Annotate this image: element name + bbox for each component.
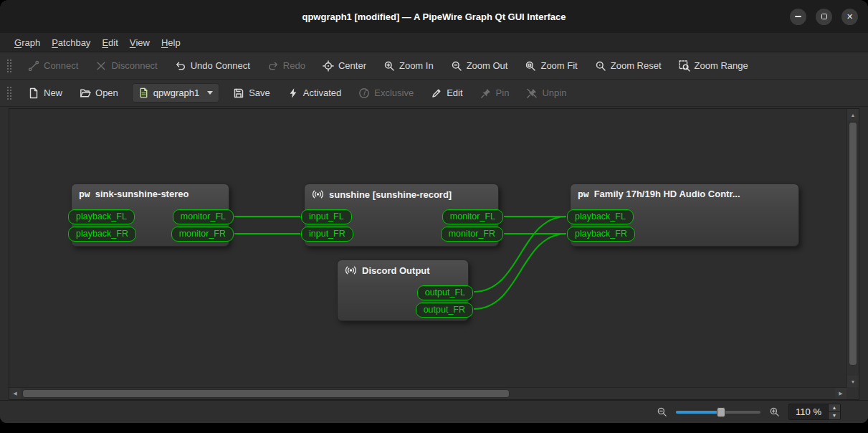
scroll-down-arrow[interactable]: ▼ [847, 376, 859, 387]
zoom-spin-buttons: ▲ ▼ [828, 404, 840, 419]
connect-icon [28, 60, 39, 72]
menu-edit[interactable]: Edit [96, 33, 123, 52]
zoom-fit-button[interactable]: Zoom Fit [517, 55, 585, 77]
disconnect-label: Disconnect [111, 60, 157, 71]
canvas-frame: pw sink-sunshine-stereo playback_FL play… [9, 108, 859, 400]
zoom-out-label: Zoom Out [467, 60, 508, 71]
exclusive-icon: f [358, 87, 370, 99]
connect-button[interactable]: Connect [20, 55, 86, 77]
port-monitor-fl[interactable]: monitor_FL [173, 209, 234, 224]
scroll-up-arrow[interactable]: ▲ [847, 109, 859, 120]
zoom-reset-button[interactable]: Zoom Reset [587, 55, 669, 77]
exclusive-label: Exclusive [374, 87, 414, 98]
zoom-in-label: Zoom In [399, 60, 434, 71]
zoom-in-mini-icon[interactable] [769, 406, 780, 417]
zoom-in-icon [383, 60, 395, 72]
output-ports: monitor_FL monitor_FR [441, 209, 503, 242]
vertical-scroll-track[interactable] [849, 121, 857, 375]
graph-viewport[interactable]: pw sink-sunshine-stereo playback_FL play… [9, 109, 846, 387]
redo-button[interactable]: Redo [259, 55, 313, 77]
unpin-button[interactable]: Unpin [518, 82, 574, 104]
port-output-fr[interactable]: output_FR [416, 303, 473, 318]
pipewire-icon: pw [79, 189, 90, 199]
maximize-button[interactable] [816, 9, 832, 25]
node-sunshine-record[interactable]: sunshine [sunshine-record] input_FL inpu… [304, 184, 499, 247]
save-label: Save [249, 87, 270, 98]
zoom-reset-label: Zoom Reset [611, 60, 662, 71]
unpin-label: Unpin [542, 87, 566, 98]
port-monitor-fr[interactable]: monitor_FR [171, 227, 234, 242]
node-discord-output[interactable]: Discord Output output_FL output_FR [337, 260, 469, 321]
zoom-range-icon [679, 60, 690, 72]
horizontal-scroll-track[interactable] [22, 389, 834, 398]
port-input-fr[interactable]: input_FR [301, 227, 353, 242]
toolbar-handle[interactable] [6, 58, 12, 74]
menu-view-label: iew [135, 37, 150, 48]
edit-pencil-icon [431, 87, 442, 99]
node-header: pw Family 17h/19h HD Audio Contr... [571, 184, 798, 202]
menu-edit-label: dit [108, 37, 118, 48]
unpin-icon [526, 87, 538, 99]
port-monitor-fr[interactable]: monitor_FR [441, 227, 503, 242]
activated-button[interactable]: Activated [280, 82, 349, 104]
close-button[interactable]: ✕ [841, 9, 858, 25]
port-playback-fl[interactable]: playback_FL [567, 209, 634, 224]
port-playback-fl[interactable]: playback_FL [68, 209, 135, 224]
open-button[interactable]: Open [72, 82, 126, 104]
node-family-hd-audio[interactable]: pw Family 17h/19h HD Audio Contr... play… [570, 184, 799, 247]
zoom-fit-label: Zoom Fit [540, 60, 577, 71]
vertical-scroll-thumb[interactable] [849, 122, 857, 366]
scroll-right-arrow[interactable]: ▶ [835, 388, 846, 399]
save-button[interactable]: Save [225, 82, 278, 104]
titlebar[interactable]: qpwgraph1 [modified] — A PipeWire Graph … [0, 0, 868, 33]
menu-patchbay[interactable]: Patchbay [46, 33, 96, 52]
horizontal-scrollbar[interactable]: ◀ ▶ [9, 387, 846, 399]
port-output-fl[interactable]: output_FL [417, 285, 473, 300]
new-label: New [44, 87, 62, 98]
pin-label: Pin [496, 87, 510, 98]
menu-graph[interactable]: Graph [9, 33, 46, 52]
canvas-area: pw sink-sunshine-stereo playback_FL play… [0, 107, 868, 400]
pin-button[interactable]: Pin [472, 82, 518, 104]
menu-help[interactable]: Help [156, 33, 186, 52]
zoom-out-button[interactable]: Zoom Out [443, 55, 516, 77]
center-label: Center [338, 60, 366, 71]
exclusive-button[interactable]: f Exclusive [350, 82, 421, 104]
scroll-left-arrow[interactable]: ◀ [9, 388, 21, 399]
audio-device-icon [312, 189, 324, 200]
menu-help-label: elp [168, 37, 180, 48]
patchbay-profile-combo[interactable]: qpwgraph1 [132, 83, 219, 103]
zoom-spin-up[interactable]: ▲ [829, 404, 840, 412]
zoom-spinbox[interactable]: 110 % ▲ ▼ [788, 404, 841, 420]
port-monitor-fl[interactable]: monitor_FL [442, 209, 503, 224]
center-button[interactable]: Center [315, 55, 374, 77]
port-playback-fr[interactable]: playback_FR [68, 227, 136, 242]
patchbay-toolbar: New Open qpwgraph1 Save [0, 80, 868, 107]
menu-view[interactable]: View [124, 33, 156, 52]
zoom-spin-down[interactable]: ▼ [829, 412, 840, 420]
zoom-in-button[interactable]: Zoom In [376, 55, 442, 77]
zoom-out-mini-icon[interactable] [657, 406, 667, 417]
node-sink-sunshine-stereo[interactable]: pw sink-sunshine-stereo playback_FL play… [71, 184, 229, 247]
vertical-scrollbar[interactable]: ▲ ▼ [846, 109, 859, 387]
zoom-slider-handle[interactable] [717, 407, 725, 417]
pin-icon [480, 87, 492, 99]
port-input-fl[interactable]: input_FL [301, 209, 352, 224]
menu-patchbay-mnemonic: P [52, 37, 58, 48]
toolbar-handle[interactable] [6, 85, 12, 101]
center-icon [323, 60, 334, 72]
app-window: qpwgraph1 [modified] — A PipeWire Graph … [0, 0, 868, 423]
zoom-slider[interactable] [676, 406, 760, 418]
graph-toolbar: Connect Disconnect Undo Connect Redo [0, 52, 868, 80]
edit-label: Edit [447, 87, 462, 98]
disconnect-button[interactable]: Disconnect [87, 55, 165, 77]
zoom-out-icon [451, 60, 462, 72]
zoom-fit-icon [525, 60, 536, 72]
new-button[interactable]: New [20, 82, 70, 104]
port-playback-fr[interactable]: playback_FR [567, 227, 635, 242]
undo-connect-button[interactable]: Undo Connect [167, 55, 258, 77]
horizontal-scroll-thumb[interactable] [22, 389, 510, 398]
zoom-range-button[interactable]: Zoom Range [671, 55, 756, 77]
minimize-button[interactable] [790, 9, 806, 25]
edit-button[interactable]: Edit [423, 82, 470, 104]
